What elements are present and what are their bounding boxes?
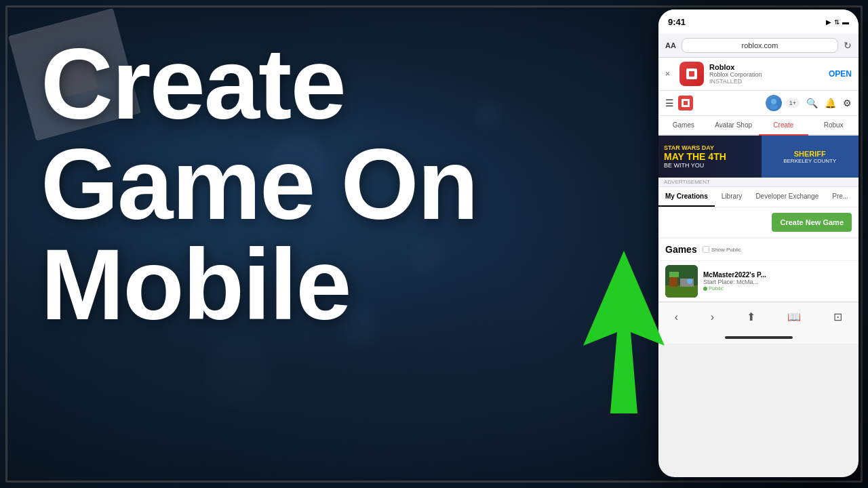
app-name: Roblox	[709, 63, 823, 71]
svg-point-12	[687, 279, 692, 284]
wifi-icon: ▶	[826, 18, 831, 26]
public-status-badge: Public	[703, 285, 852, 291]
tab-games[interactable]: Games	[658, 116, 709, 136]
sub-tab-library[interactable]: Library	[715, 187, 749, 207]
banner-sheriff-text: SHERIFF	[794, 150, 826, 158]
back-button[interactable]: ‹	[675, 311, 678, 323]
nav-tabs: Games Avatar Shop Create Robux	[658, 116, 859, 136]
notifications-icon[interactable]: 🔔	[825, 98, 836, 108]
tab-robux[interactable]: Robux	[808, 116, 859, 136]
main-title-line3: Mobile	[41, 235, 631, 335]
app-banner-close-icon[interactable]: ×	[665, 69, 670, 79]
main-title-line2: Game On	[41, 134, 631, 235]
app-banner: × Roblox Roblox Corporation INSTALLED OP…	[658, 58, 859, 91]
bookmarks-icon: 📖	[787, 310, 801, 323]
banner-star-wars-text: STAR WARS DAY	[664, 144, 756, 151]
banner-right: SHERIFF BERKELEY COUNTY	[762, 136, 859, 178]
games-section-title: Games	[665, 244, 697, 255]
svg-rect-2	[689, 71, 694, 77]
banner-county-text: BERKELEY COUNTY	[783, 158, 836, 164]
game-info: McMaster2022's P... Start Place: McMa...…	[703, 271, 852, 291]
tab-create[interactable]: Create	[759, 116, 809, 136]
banner-may4-text: MAY THE 4TH	[664, 151, 756, 162]
create-section: Create New Game	[658, 207, 859, 237]
app-installed: INSTALLED	[709, 78, 823, 85]
app-open-button[interactable]: OPEN	[829, 69, 852, 79]
browser-url[interactable]: roblox.com	[682, 38, 838, 53]
share-icon: ⬆	[747, 310, 755, 323]
forward-icon: ›	[711, 311, 714, 323]
svg-point-6	[770, 104, 778, 109]
banner-bewith-text: BE WITH YOU	[664, 162, 756, 169]
status-time: 9:41	[668, 17, 686, 27]
svg-point-5	[771, 99, 776, 104]
browser-aa[interactable]: AA	[665, 41, 676, 49]
main-text-container: Create Game On Mobile	[41, 34, 631, 335]
create-new-game-button[interactable]: Create New Game	[772, 213, 852, 232]
sub-tab-my-creations[interactable]: My Creations	[658, 187, 715, 207]
forward-button[interactable]: ›	[711, 311, 714, 323]
banner-left: STAR WARS DAY MAY THE 4TH BE WITH YOU	[658, 140, 762, 173]
show-public-checkbox[interactable]	[703, 246, 709, 253]
svg-rect-4	[684, 101, 688, 105]
games-section-header: Games Show Public	[658, 239, 859, 260]
status-icons: ▶ ⇅ ▬	[826, 18, 849, 26]
game-thumbnail	[665, 265, 698, 298]
robux-count[interactable]: 1+	[786, 98, 800, 108]
home-indicator	[658, 331, 859, 344]
phone-frame: 9:41 ▶ ⇅ ▬ AA roblox.com ↻ × Roblox Robl…	[658, 9, 859, 477]
show-public-toggle[interactable]: Show Public	[703, 246, 741, 253]
bookmarks-button[interactable]: 📖	[787, 310, 801, 323]
public-dot	[703, 287, 707, 291]
roblox-logo-icon	[678, 96, 693, 110]
browser-bar: AA roblox.com ↻	[658, 34, 859, 58]
settings-icon[interactable]: ⚙	[843, 98, 852, 108]
share-button[interactable]: ⬆	[747, 310, 755, 323]
app-info: Roblox Roblox Corporation INSTALLED	[709, 63, 823, 85]
svg-rect-10	[669, 272, 679, 277]
show-public-label: Show Public	[711, 247, 741, 253]
back-icon: ‹	[675, 311, 678, 323]
home-bar	[725, 336, 793, 339]
game-name: McMaster2022's P...	[703, 271, 852, 279]
game-card[interactable]: McMaster2022's P... Start Place: McMa...…	[658, 261, 859, 302]
status-bar: 9:41 ▶ ⇅ ▬	[658, 9, 859, 34]
banner-ad: STAR WARS DAY MAY THE 4TH BE WITH YOU SH…	[658, 136, 859, 178]
svg-rect-9	[669, 276, 677, 287]
public-label: Public	[709, 285, 724, 291]
tab-avatar-shop[interactable]: Avatar Shop	[709, 116, 759, 136]
main-title-line1: Create	[41, 34, 631, 134]
bokeh-3	[203, 339, 271, 407]
game-place: Start Place: McMa...	[703, 279, 852, 285]
site-header: ☰ 1+ 🔍 🔔 ⚙	[658, 91, 859, 116]
avatar[interactable]	[766, 95, 782, 111]
sub-tab-dev-exchange[interactable]: Developer Exchange	[749, 187, 825, 207]
hamburger-icon[interactable]: ☰	[665, 98, 674, 108]
tabs-button[interactable]: ⊡	[833, 310, 842, 323]
battery-icon: ▬	[842, 18, 849, 26]
app-company: Roblox Corporation	[709, 71, 823, 78]
bottom-nav: ‹ › ⬆ 📖 ⊡	[658, 302, 859, 331]
ad-label: ADVERTISEMENT	[658, 178, 859, 187]
svg-rect-8	[665, 285, 698, 298]
reload-icon[interactable]: ↻	[844, 40, 852, 51]
signal-icon: ⇅	[834, 18, 840, 26]
sub-tabs: My Creations Library Developer Exchange …	[658, 187, 859, 207]
search-icon[interactable]: 🔍	[806, 98, 818, 108]
tabs-icon: ⊡	[833, 310, 842, 323]
sub-tab-pre[interactable]: Pre...	[825, 187, 855, 207]
app-icon	[679, 62, 704, 86]
